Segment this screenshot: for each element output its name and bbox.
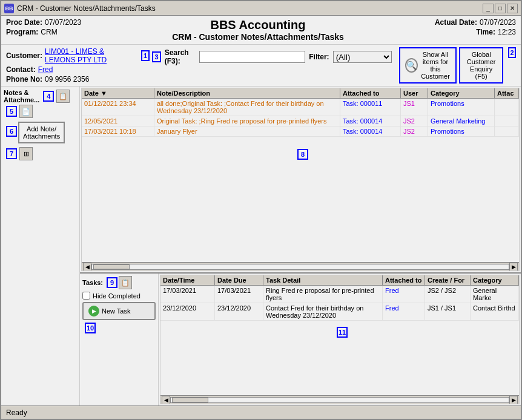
- notes-cell-note-2: Original Task: ;Ring Fred re proposal fo…: [154, 116, 340, 126]
- search-area: 3 Search (F3): Filter: (All) Notes Attac…: [150, 48, 391, 65]
- notes-scrollbar-h[interactable]: ◀ ▶: [82, 262, 519, 271]
- row7: 7 ⊞: [4, 147, 77, 160]
- header-center: BBS Accounting CRM - Customer Notes/Atta…: [81, 18, 435, 42]
- notes-btn2[interactable]: 📄: [19, 105, 33, 118]
- title-bar: BB CRM - Customer Notes/Attachments/Task…: [1, 1, 521, 16]
- minimize-button[interactable]: _: [483, 4, 494, 13]
- contact-row: Contact: Fred: [6, 65, 150, 74]
- badge9: 9: [107, 277, 117, 288]
- badge8: 8: [297, 149, 308, 160]
- close-button[interactable]: ✕: [507, 4, 518, 13]
- notes-grid-header: Date ▼ Note/Description Attached to User…: [82, 88, 519, 99]
- app-title: BBS Accounting: [81, 18, 435, 32]
- scroll-thumb[interactable]: [93, 264, 130, 269]
- tasks-scroll-right[interactable]: ▶: [509, 396, 518, 404]
- tasks-scrollbar-h[interactable]: ◀ ▶: [160, 395, 519, 404]
- notes-main: Date ▼ Note/Description Attached to User…: [80, 87, 521, 405]
- notes-row-2[interactable]: 12/05/2021 Original Task: ;Ring Fred re …: [82, 116, 519, 126]
- tasks-btn1[interactable]: 📋: [119, 276, 132, 289]
- action-buttons: 🔍 Show All items for this Customer Globa…: [399, 47, 516, 84]
- phone-value: 09 9956 2356: [45, 75, 89, 84]
- task-col-duedate: Date Due: [215, 275, 263, 285]
- task-cell-category-2: Contact Birthd: [471, 303, 519, 320]
- program-value: CRM: [41, 28, 57, 36]
- notes-cell-category-2: General Marketing: [428, 116, 495, 126]
- proc-date-value: 07/07/2023: [45, 18, 81, 27]
- tasks-scroll-left[interactable]: ◀: [162, 396, 170, 404]
- customer-badge: 1: [141, 50, 150, 61]
- col-attach: Attac: [495, 88, 519, 98]
- show-all-button[interactable]: 🔍 Show All items for this Customer: [399, 47, 457, 84]
- badge6: 6: [6, 126, 17, 137]
- notes-cell-attach-1: [495, 99, 519, 116]
- main-content: Notes &Attachme... 4 📋 5 📄 6 Add Note/ A…: [1, 87, 521, 405]
- app-subtitle: CRM - Customer Notes/Attachments/Tasks: [81, 32, 435, 42]
- col-user: User: [401, 88, 428, 98]
- task-row-1[interactable]: 17/03/2021 17/03/2021 Ring Fred re propo…: [160, 286, 519, 303]
- notes-toolbar-row4: 7 ⊞: [4, 147, 77, 160]
- tasks-copy-icon: 📋: [121, 279, 130, 287]
- new-task-label: New Task: [102, 307, 130, 315]
- notes-btn1[interactable]: 📋: [56, 90, 70, 103]
- col-category: Category: [428, 88, 495, 98]
- title-bar-controls[interactable]: _ □ ✕: [483, 4, 518, 13]
- search-input[interactable]: [199, 51, 305, 63]
- notes-upper: Date ▼ Note/Description Attached to User…: [80, 87, 521, 272]
- notes-cell-date-3: 17/03/2021 10:18: [82, 126, 154, 136]
- notes-toolbar-section: Notes &Attachme... 4 📋 5 📄 6 Add Note/ A…: [4, 89, 77, 160]
- new-task-icon: ▶: [88, 306, 99, 317]
- hide-completed-label: Hide Completed: [93, 292, 140, 300]
- scroll-left-arrow[interactable]: ◀: [83, 263, 91, 271]
- main-window: BB CRM - Customer Notes/Attachments/Task…: [0, 0, 522, 420]
- global-enquiry-button[interactable]: Global Customer Enquiry (F5): [459, 47, 503, 84]
- scroll-right-arrow[interactable]: ▶: [509, 263, 518, 271]
- tasks-scroll-thumb[interactable]: [172, 398, 208, 402]
- notes-cell-category-1: Promotions: [428, 99, 495, 116]
- copy-icon: 📋: [59, 93, 67, 100]
- header-left: Proc Date: 07/07/2023 Program: CRM: [6, 18, 81, 36]
- actual-date-label: Actual Date:: [435, 18, 477, 27]
- task-col-create: Create / For: [425, 275, 471, 285]
- filter-select[interactable]: (All) Notes Attachments Tasks: [333, 51, 392, 63]
- col-note: Note/Description: [154, 88, 340, 98]
- time-row: Time: 12:23: [476, 28, 516, 36]
- tasks-header-row: Tasks: 9 📋: [82, 276, 156, 289]
- actual-date-row: Actual Date: 07/07/2023: [435, 18, 516, 27]
- customer-left: Customer: LIM001 - LIMES & LEMONS PTY LT…: [6, 47, 150, 84]
- badge4: 4: [43, 91, 54, 102]
- notes-toolbar-row3: 6 Add Note/ Attachments: [4, 119, 77, 143]
- notes-cell-user-3: JS2: [401, 126, 428, 136]
- customer-value[interactable]: LIM001 - LIMES & LEMONS PTY LTD: [45, 47, 136, 64]
- hide-completed-row[interactable]: Hide Completed: [82, 292, 156, 300]
- notes-cell-user-2: JS2: [401, 116, 428, 126]
- notes-cell-attached-1: Task: 000011: [340, 99, 401, 116]
- task-cell-due-1: 17/03/2021: [215, 286, 263, 303]
- notes-row-3[interactable]: 17/03/2021 10:18 January Flyer Task: 000…: [82, 126, 519, 137]
- header-section: Proc Date: 07/07/2023 Program: CRM BBS A…: [1, 16, 521, 45]
- badge10: 10: [85, 323, 96, 333]
- contact-value[interactable]: Fred: [38, 65, 53, 74]
- phone-label: Phone No:: [6, 75, 42, 84]
- add-note-button[interactable]: Add Note/ Attachments: [18, 122, 65, 143]
- new-task-button[interactable]: ▶ New Task: [82, 302, 156, 320]
- maximize-button[interactable]: □: [495, 4, 506, 13]
- task-cell-dt-2: 23/12/2020: [160, 303, 215, 320]
- customer-right: 3 Search (F3): Filter: (All) Notes Attac…: [150, 47, 516, 84]
- phone-row: Phone No: 09 9956 2356: [6, 75, 150, 84]
- task-row-2[interactable]: 23/12/2020 23/12/2020 Contact Fred for t…: [160, 303, 519, 321]
- notes-toolbar: Notes &Attachme... 4 📋 5 📄 6 Add Note/ A…: [1, 87, 80, 405]
- badge11-area: 11: [160, 321, 519, 345]
- proc-date-row: Proc Date: 07/07/2023: [6, 18, 81, 27]
- tasks-scroll-track[interactable]: [170, 397, 509, 403]
- notes-cell-note-1: all done;Original Task: ;Contact Fred fo…: [154, 99, 340, 116]
- scroll-track[interactable]: [91, 264, 509, 270]
- task-cell-attached-1: Fred: [383, 286, 425, 303]
- document-icon: 📄: [22, 108, 30, 116]
- notes-row-1[interactable]: 01/12/2021 23:34 all done;Original Task:…: [82, 99, 519, 116]
- hide-completed-checkbox[interactable]: [82, 292, 90, 300]
- time-label: Time:: [476, 28, 495, 36]
- task-col-category: Category: [471, 275, 519, 285]
- notes-btn3[interactable]: ⊞: [19, 147, 33, 160]
- tasks-grid: Date/Time Date Due Task Detail Attached …: [159, 274, 521, 405]
- notes-toolbar-row2: 5 📄: [4, 105, 77, 118]
